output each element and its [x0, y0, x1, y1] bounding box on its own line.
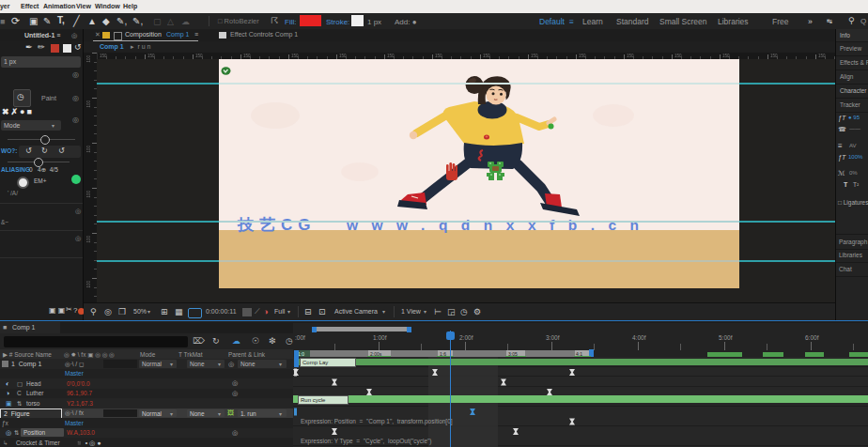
svg-text:技艺CG: 技艺CG — [237, 216, 317, 234]
svg-text:www.qdnxxfb.cn: www.qdnxxfb.cn — [346, 217, 653, 233]
